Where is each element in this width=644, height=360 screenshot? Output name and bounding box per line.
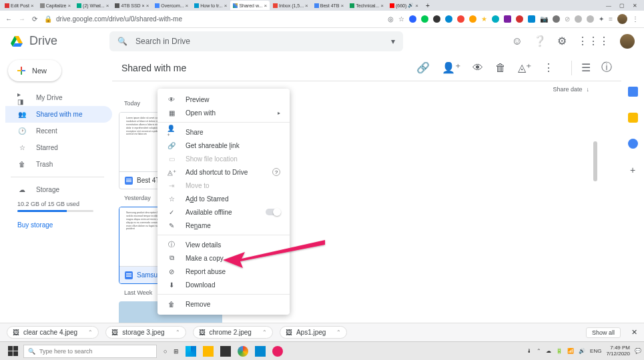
browser-tab-active[interactable]: Shared w...× <box>230 1 270 10</box>
taskview-icon[interactable]: ⊞ <box>174 348 179 355</box>
ctx-download[interactable]: ⬇Download <box>157 278 290 291</box>
chevron-up-icon[interactable]: ⌃ <box>336 329 341 335</box>
tray-icon[interactable]: 🌡 <box>527 348 532 354</box>
app-icon[interactable] <box>272 346 283 357</box>
sidebar-item-mydrive[interactable]: ▸ ◨My Drive <box>5 89 112 106</box>
download-chip[interactable]: 🖼chrome 2.jpeg⌃ <box>193 326 273 339</box>
ext-icon[interactable] <box>575 15 582 23</box>
reload-button[interactable]: ⟳ <box>32 15 37 23</box>
sidebar-item-trash[interactable]: 🗑Trash <box>5 156 112 173</box>
ext-icon[interactable] <box>469 15 476 23</box>
back-button[interactable]: ← <box>5 15 12 23</box>
account-avatar[interactable] <box>620 34 635 49</box>
ext-icon[interactable] <box>528 15 535 23</box>
add-addon-icon[interactable]: + <box>630 165 635 175</box>
battery-icon[interactable]: 🔋 <box>556 348 563 354</box>
ext-icon[interactable] <box>516 15 523 23</box>
ext-icon[interactable] <box>445 15 452 23</box>
keep-icon[interactable] <box>628 113 638 123</box>
ctx-openwith[interactable]: ▦Open with▸ <box>157 106 290 119</box>
ctx-details[interactable]: ⓘView details <box>157 238 290 251</box>
store-icon[interactable] <box>220 346 231 357</box>
tray-up-icon[interactable]: ⌃ <box>537 348 541 354</box>
app-icon[interactable] <box>255 346 266 357</box>
sidebar-item-starred[interactable]: ☆Starred <box>5 139 112 156</box>
browser-tab[interactable]: (2) What...× <box>74 1 111 10</box>
download-chip[interactable]: 🖼clear cache 4.jpeg⌃ <box>7 326 99 339</box>
ext-icon[interactable] <box>457 15 464 23</box>
offline-toggle[interactable] <box>266 209 280 215</box>
address-bar[interactable]: 🔒 drive.google.com/drive/u/0/shared-with… <box>44 15 381 23</box>
language-indicator[interactable]: ENG <box>590 348 601 354</box>
ext-icon[interactable]: ⊘ <box>565 15 570 23</box>
drive-add-icon[interactable]: ◬⁺ <box>518 61 531 74</box>
chevron-up-icon[interactable]: ⌃ <box>262 329 267 335</box>
help-icon[interactable]: ❔ <box>533 35 547 47</box>
ext-icon[interactable] <box>504 15 511 23</box>
wifi-icon[interactable]: 📶 <box>567 348 574 354</box>
link-icon[interactable]: 🔗 <box>416 61 430 74</box>
details-icon[interactable]: ⓘ <box>601 61 612 75</box>
ext-icon[interactable]: ◎ <box>388 15 394 23</box>
drive-logo[interactable]: Drive <box>9 34 109 48</box>
ctx-star[interactable]: ☆Add to Starred <box>157 192 290 205</box>
ctx-getlink[interactable]: 🔗Get shareable link <box>157 139 290 152</box>
settings-icon[interactable]: ⚙ <box>557 35 567 47</box>
ext-icon[interactable]: ★ <box>481 15 487 23</box>
forward-button[interactable]: → <box>19 15 25 23</box>
ctx-preview[interactable]: 👁Preview <box>157 93 290 106</box>
ext-icon[interactable] <box>587 15 594 23</box>
edge-icon[interactable] <box>186 346 196 357</box>
sidebar-item-storage[interactable]: ☁Storage <box>5 181 112 198</box>
scrollbar[interactable] <box>593 141 597 181</box>
taskbar-search[interactable]: 🔍Type here to search <box>23 345 157 358</box>
ext-icon[interactable] <box>553 15 560 23</box>
download-chip[interactable]: 🖼storage 3.jpeg⌃ <box>105 326 186 339</box>
chevron-up-icon[interactable]: ⌃ <box>88 329 93 335</box>
ext-icon[interactable]: ≡ <box>609 15 613 23</box>
list-view-icon[interactable]: ☰ <box>581 61 591 74</box>
ext-icon[interactable] <box>433 15 440 23</box>
preview-icon[interactable]: 👁 <box>472 62 483 74</box>
browser-tab[interactable]: (660)🔊× <box>387 1 421 10</box>
close-downloads-button[interactable]: ✕ <box>631 328 637 337</box>
sidebar-item-shared[interactable]: 👥Shared with me <box>5 106 112 123</box>
chrome-icon[interactable] <box>238 346 248 357</box>
sort-header[interactable]: Share date ↓ <box>553 86 589 93</box>
more-icon[interactable]: ⋮ <box>543 61 554 74</box>
volume-icon[interactable]: 🔊 <box>579 348 585 354</box>
maximize-button[interactable]: ▢ <box>619 3 625 9</box>
browser-tab[interactable]: Technical...× <box>347 1 386 10</box>
extensions-button[interactable]: ✦ <box>599 15 604 23</box>
tasks-icon[interactable] <box>628 139 638 149</box>
browser-tab[interactable]: Edit Post× <box>2 1 37 10</box>
explorer-icon[interactable] <box>203 346 214 357</box>
ctx-remove[interactable]: 🗑Remove <box>157 297 290 311</box>
browser-tab[interactable]: Overcom...× <box>152 1 191 10</box>
browser-tab[interactable]: Inbox (1,5...× <box>270 1 311 10</box>
ctx-share[interactable]: 👤⁺Share <box>157 125 290 139</box>
chevron-up-icon[interactable]: ⌃ <box>176 329 180 335</box>
share-icon[interactable]: 👤⁺ <box>442 61 460 74</box>
profile-button[interactable] <box>617 14 627 24</box>
ctx-addshortcut[interactable]: ◬⁺Add shortcut to Drive? <box>157 165 290 179</box>
ctx-offline[interactable]: ✓Available offline <box>157 205 290 219</box>
download-chip[interactable]: 🖼Aps1.jpeg⌃ <box>280 326 347 339</box>
help-icon[interactable]: ? <box>272 168 280 176</box>
browser-tab[interactable]: Capitalize× <box>37 1 73 10</box>
new-tab-button[interactable]: + <box>422 2 434 9</box>
minimize-button[interactable]: — <box>606 3 611 9</box>
browser-tab[interactable]: How to tr...× <box>192 1 230 10</box>
close-window-button[interactable]: ✕ <box>633 3 637 9</box>
ctx-report[interactable]: ⊘Report abuse <box>157 265 290 278</box>
browser-tab[interactable]: Best 4TB× <box>312 1 346 10</box>
ctx-makecopy[interactable]: ⧉Make a copy <box>157 251 290 265</box>
buy-storage-link[interactable]: Buy storage <box>5 221 112 229</box>
ext-icon[interactable] <box>409 15 416 23</box>
star-icon[interactable]: ☆ <box>398 15 404 23</box>
cortana-icon[interactable]: ○ <box>164 348 167 355</box>
onedrive-icon[interactable]: ☁ <box>546 348 551 354</box>
calendar-icon[interactable] <box>628 87 638 97</box>
show-all-button[interactable]: Show all <box>586 327 621 338</box>
notifications-icon[interactable]: 💬 <box>635 348 641 354</box>
